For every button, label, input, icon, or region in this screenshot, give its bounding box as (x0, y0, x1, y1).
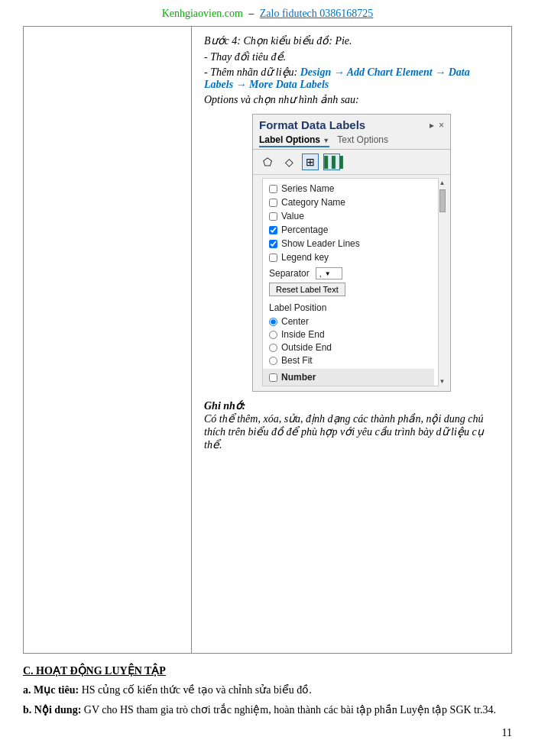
checkbox-percentage: Percentage (269, 225, 428, 235)
note-section: Ghi nhớ: Có thể thêm, xóa, sửa, định dạn… (204, 399, 499, 451)
main-content: Bước 4: Chọn kiểu biểu đồ: Pie. - Thay đ… (23, 26, 512, 654)
table-icon[interactable]: ⊞ (302, 153, 319, 170)
category-name-label: Category Name (281, 197, 345, 208)
panel-scroll-area: Series Name Category Name Value Percenta… (262, 178, 441, 386)
right-column: Bước 4: Chọn kiểu biểu đồ: Pie. - Thay đ… (192, 27, 511, 653)
page-header: Kenhgiaovien.com – Zalo fidutech 0386168… (0, 0, 535, 26)
pin-icon[interactable]: ▸ (430, 120, 434, 131)
best-fit-label: Best Fit (281, 355, 313, 366)
section-a-label: a. (23, 684, 34, 696)
note-title: Ghi nhớ: (204, 400, 246, 412)
number-section: Number (263, 369, 434, 386)
outside-end-radio[interactable] (269, 344, 277, 352)
scroll-up-icon[interactable]: ▲ (439, 179, 446, 186)
center-radio[interactable] (269, 318, 277, 326)
site-link[interactable]: Kenhgiaovien.com (162, 8, 243, 19)
panel-tabs: Label Options ▼ Text Options (253, 131, 450, 150)
scroll-thumb[interactable] (439, 189, 446, 212)
line2: - Thêm nhãn dữ liệu: Design → Add Chart … (204, 66, 499, 91)
inside-end-label: Inside End (281, 329, 325, 340)
show-leader-lines-label: Show Leader Lines (281, 238, 360, 249)
separator-label: Separator (269, 268, 310, 279)
panel-title: Format Data Labels (259, 118, 365, 131)
center-label: Center (281, 316, 309, 327)
separator-row: Separator , ▼ (269, 267, 428, 279)
zalo-link[interactable]: Zalo fidutech 0386168725 (260, 8, 374, 19)
checkbox-category-name: Category Name (269, 197, 428, 208)
legend-key-checkbox[interactable] (269, 254, 277, 262)
scroll-down-icon[interactable]: ▼ (439, 378, 446, 385)
line2-suffix: Options và chọn như hình ảnh sau: (204, 93, 499, 106)
tab-arrow-icon: ▼ (323, 137, 329, 144)
percentage-checkbox[interactable] (269, 226, 277, 234)
separator-value: , (319, 269, 322, 278)
section-a-line: a. Mục tiêu: HS củng cố kiến thức về tạo… (23, 682, 512, 699)
page-number: 11 (0, 727, 512, 739)
section-b-label: b. (23, 704, 34, 716)
checkbox-show-leader-lines: Show Leader Lines (269, 238, 428, 249)
radio-best-fit: Best Fit (269, 355, 428, 366)
line1: - Thay đổi tiêu đề. (204, 50, 499, 63)
left-column (24, 27, 192, 653)
scrollbar[interactable]: ▲ ▼ (438, 178, 446, 386)
radio-center: Center (269, 316, 428, 327)
step4-value: Pie. (335, 35, 352, 47)
radio-outside-end: Outside End (269, 342, 428, 353)
close-icon[interactable]: × (439, 120, 444, 131)
step4-text: Bước 4: Chọn kiểu biểu đồ: (204, 35, 332, 47)
percentage-label: Percentage (281, 225, 328, 235)
value-label: Value (281, 211, 304, 221)
line2-prefix: - Thêm nhãn dữ liệu: (204, 66, 297, 78)
inside-end-radio[interactable] (269, 331, 277, 339)
number-label: Number (281, 372, 316, 383)
section-a-bold: Mục tiêu: (34, 684, 79, 696)
section-b-text: GV cho HS tham gia trò chơi trắc nghiệm,… (84, 704, 496, 716)
legend-key-label: Legend key (281, 252, 329, 263)
step4-line: Bước 4: Chọn kiểu biểu đồ: Pie. (204, 34, 499, 47)
diamond-icon[interactable]: ◇ (280, 153, 297, 170)
section-b-bold: Nội dung: (34, 704, 82, 716)
series-name-label: Series Name (281, 183, 334, 194)
label-position-heading: Label Position (269, 302, 428, 313)
checkbox-legend-key: Legend key (269, 252, 428, 263)
best-fit-radio[interactable] (269, 357, 277, 365)
note-body: Có thể thêm, xóa, sửa, định dạng các thà… (204, 413, 484, 451)
format-data-labels-panel: Format Data Labels ▸ × Label Options ▼ T… (252, 114, 451, 392)
category-name-checkbox[interactable] (269, 199, 277, 207)
section-a-text: HS củng cố kiến thức về tạo và chỉnh sửa… (82, 684, 312, 696)
section-b-line: b. Nội dung: GV cho HS tham gia trò chơi… (23, 702, 512, 719)
value-checkbox[interactable] (269, 212, 277, 221)
tab-label-options[interactable]: Label Options ▼ (259, 134, 329, 147)
panel-icon-row: ⬠ ◇ ⊞ ▐▐▐ (253, 150, 450, 175)
series-name-checkbox[interactable] (269, 185, 277, 193)
section-c-title: C. HOẠT ĐỘNG LUYỆN TẬP (23, 664, 512, 677)
number-checkbox[interactable] (269, 373, 277, 382)
separator-dropdown[interactable]: , ▼ (316, 267, 342, 279)
panel-close-icons: ▸ × (430, 120, 444, 131)
checkbox-value: Value (269, 211, 428, 221)
radio-inside-end: Inside End (269, 329, 428, 340)
outside-end-label: Outside End (281, 342, 332, 353)
reset-btn-container: Reset Label Text (269, 283, 428, 299)
section-c-body: a. Mục tiêu: HS củng cố kiến thức về tạo… (23, 682, 512, 719)
pentagon-icon[interactable]: ⬠ (259, 153, 276, 170)
show-leader-lines-checkbox[interactable] (269, 240, 277, 248)
separator-dropdown-arrow: ▼ (325, 270, 331, 277)
section-c: C. HOẠT ĐỘNG LUYỆN TẬP a. Mục tiêu: HS c… (23, 664, 512, 719)
tab-text-options[interactable]: Text Options (337, 134, 388, 147)
panel-header: Format Data Labels ▸ × (253, 115, 450, 131)
reset-label-text-button[interactable]: Reset Label Text (269, 283, 345, 296)
checkbox-series-name: Series Name (269, 183, 428, 194)
bar-chart-icon[interactable]: ▐▐▐ (323, 153, 340, 170)
separator: – (248, 8, 254, 19)
